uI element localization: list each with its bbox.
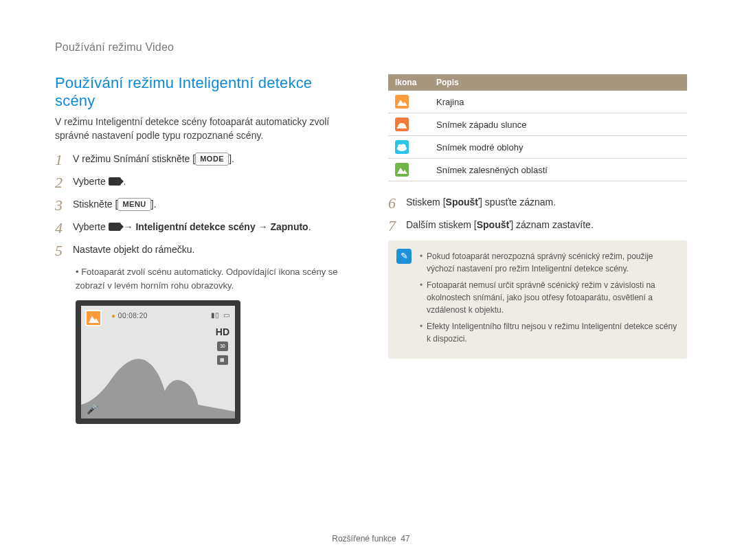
text: ].	[229, 153, 234, 164]
timer-value: 00:08:20	[118, 312, 148, 320]
text: Vyberte	[73, 176, 109, 187]
step-number: 3	[55, 197, 73, 213]
step-3: 3 Stiskněte [MENU].	[55, 197, 354, 213]
step-4: 4 Vyberte → Inteligentní detekce scény →…	[55, 220, 354, 236]
text: Stiskem [	[406, 197, 446, 208]
landscape-icon	[395, 95, 409, 109]
svg-point-5	[401, 144, 406, 149]
storage-icon: ▭	[223, 311, 229, 319]
table-row: Snímek zalesněných oblastí	[388, 159, 687, 181]
text: Dalším stiskem [	[406, 219, 477, 230]
content-columns: Používání režimu Inteligentní detekce sc…	[55, 74, 687, 424]
table-row: Snímek modré oblohy	[388, 136, 687, 159]
step-5: 5 Nastavte objekt do rámečku.	[55, 243, 354, 258]
steps-list-right: 6 Stiskem [Spoušť] spusťte záznam. 7 Dal…	[388, 195, 687, 234]
step-text: Stiskněte [MENU].	[73, 197, 157, 212]
table-cell-desc: Krajina	[429, 91, 687, 113]
camera-screen-preview: ● 00:08:20 ▮▯ ▭ HD 30 ▦ 🎤	[76, 300, 240, 424]
intro-text: V režimu Inteligentní detekce scény foto…	[55, 115, 354, 142]
svg-rect-2	[397, 127, 407, 128]
note-item: Fotoaparát nemusí určit správně scénický…	[420, 279, 677, 316]
text: Stiskněte [	[73, 199, 117, 210]
svg-marker-1	[397, 100, 407, 106]
note-item: Pokud fotoaparát nerozpozná správný scén…	[420, 250, 677, 275]
preview-mountains	[81, 343, 235, 418]
page-header: Používání režimu Video	[55, 41, 687, 54]
sub-bullet: Fotoaparát zvolí scénu automaticky. Odpo…	[76, 265, 354, 292]
table-cell-desc: Snímek zalesněných oblastí	[429, 159, 687, 181]
step-text: Vyberte .	[73, 175, 126, 189]
bluesky-icon	[395, 140, 409, 154]
step-text: Nastavte objekt do rámečku.	[73, 243, 194, 257]
bold-text: Spoušť	[446, 197, 480, 208]
bold-text: → Inteligentní detekce scény → Zapnuto	[121, 221, 308, 232]
top-right-status: ▮▯ ▭	[211, 311, 229, 319]
menu-button-label: MENU	[117, 198, 150, 211]
battery-icon: ▮▯	[211, 311, 219, 319]
mode-button-label: MODE	[195, 153, 229, 166]
page-footer: Rozšířené funkce 47	[0, 534, 742, 544]
icon-description-table: Ikona Popis Krajina Snímek západu slunce…	[388, 74, 687, 181]
step-text: Vyberte → Inteligentní detekce scény → Z…	[73, 220, 311, 234]
step-number: 5	[55, 243, 73, 258]
note-list: Pokud fotoaparát nerozpozná správný scén…	[420, 250, 677, 345]
step-number: 2	[55, 175, 73, 190]
info-icon: ✎	[396, 249, 412, 264]
footer-page: 47	[401, 534, 409, 544]
text: V režimu Snímání stiskněte [	[73, 153, 195, 164]
svg-marker-6	[397, 168, 407, 174]
step-text: V režimu Snímání stiskněte [MODE].	[73, 152, 234, 166]
step-number: 1	[55, 152, 73, 168]
table-header-desc: Popis	[429, 74, 687, 91]
note-box: ✎ Pokud fotoaparát nerozpozná správný sc…	[388, 240, 687, 359]
table-cell-desc: Snímek západu slunce	[429, 113, 687, 136]
steps-list-left: 1 V režimu Snímání stiskněte [MODE]. 2 V…	[55, 152, 354, 258]
step-2: 2 Vyberte .	[55, 175, 354, 190]
step-text: Dalším stiskem [Spoušť] záznam zastavíte…	[406, 218, 594, 232]
microphone-icon: 🎤	[87, 403, 98, 414]
forest-icon	[395, 163, 409, 177]
sunset-icon	[395, 117, 409, 131]
video-mode-icon	[109, 223, 121, 231]
step-number: 7	[388, 218, 406, 234]
footer-section: Rozšířené funkce	[332, 534, 396, 544]
step-number: 6	[388, 195, 406, 211]
section-title: Používání režimu Inteligentní detekce sc…	[55, 74, 354, 110]
rec-dot-icon: ●	[111, 312, 116, 320]
text: Vyberte	[73, 221, 109, 232]
table-row: Snímek západu slunce	[388, 113, 687, 136]
right-column: Ikona Popis Krajina Snímek západu slunce…	[388, 74, 687, 424]
table-header-icon: Ikona	[388, 74, 429, 91]
table-cell-desc: Snímek modré oblohy	[429, 136, 687, 159]
left-column: Používání režimu Inteligentní detekce sc…	[55, 74, 354, 424]
table-row: Krajina	[388, 91, 687, 113]
text: .	[308, 221, 311, 232]
recording-timer: ● 00:08:20	[111, 312, 148, 320]
text: ] spusťte záznam.	[480, 197, 556, 208]
scene-detection-icon	[85, 310, 102, 326]
hd-label: HD	[216, 326, 229, 337]
text: ].	[151, 199, 157, 210]
step-1: 1 V režimu Snímání stiskněte [MODE].	[55, 152, 354, 168]
step-text: Stiskem [Spoušť] spusťte záznam.	[406, 195, 556, 210]
video-mode-icon	[109, 177, 121, 186]
step-6: 6 Stiskem [Spoušť] spusťte záznam.	[388, 195, 687, 211]
step-number: 4	[55, 220, 73, 236]
step-7: 7 Dalším stiskem [Spoušť] záznam zastaví…	[388, 218, 687, 234]
bold-text: Spoušť	[477, 219, 511, 230]
text: ] záznam zastavíte.	[510, 219, 594, 230]
svg-marker-0	[89, 316, 99, 323]
note-item: Efekty Inteligentního filtru nejsou v re…	[420, 320, 677, 345]
step-5-sub: Fotoaparát zvolí scénu automaticky. Odpo…	[76, 265, 354, 292]
